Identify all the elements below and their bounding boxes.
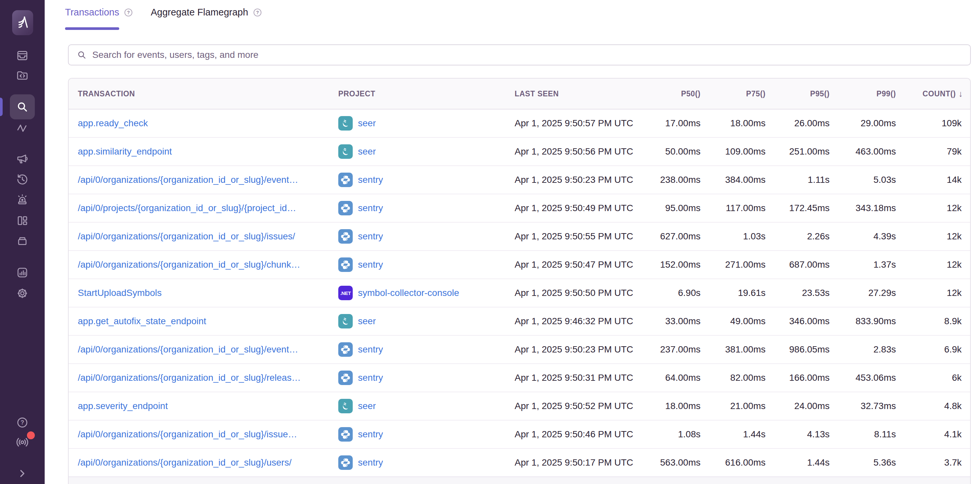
sidebar-item-replays[interactable] <box>14 172 30 187</box>
project-link[interactable]: sentry <box>358 231 383 242</box>
table-row: /api/0/organizations/{organization_id_or… <box>68 364 970 392</box>
p75-value: 82.00ms <box>710 372 775 383</box>
transaction-link[interactable]: /api/0/organizations/{organization_id_or… <box>78 429 297 439</box>
p75-value: 616.00ms <box>710 457 775 468</box>
p50-value: 18.00ms <box>640 401 710 411</box>
transaction-link[interactable]: app.severity_endpoint <box>78 401 168 411</box>
column-header-last-seen[interactable]: LAST SEEN <box>506 89 640 98</box>
sidebar-item-alerts[interactable] <box>14 192 30 208</box>
table-row: /api/0/organizations/{organization_id_or… <box>68 336 970 364</box>
sidebar-item-releases[interactable] <box>14 233 30 249</box>
search-input[interactable] <box>92 45 970 65</box>
project-link[interactable]: sentry <box>358 174 383 185</box>
count-value: 12k <box>905 231 970 242</box>
tab-bar: Transactions ? Aggregate Flamegraph ? <box>65 6 263 30</box>
p50-value: 50.00ms <box>640 146 710 157</box>
p99-value: 833.90ms <box>838 316 905 326</box>
help-icon[interactable]: ? <box>123 7 134 18</box>
project-link[interactable]: seer <box>358 118 376 129</box>
sentry-logo[interactable] <box>12 10 33 35</box>
project-link[interactable]: sentry <box>358 259 383 270</box>
column-header-transaction[interactable]: TRANSACTION <box>68 89 332 98</box>
sidebar-item-help[interactable]: ? <box>14 415 30 430</box>
column-header-p75[interactable]: P75() <box>710 89 775 98</box>
last-seen-value: Apr 1, 2025 9:50:49 PM UTC <box>506 203 640 213</box>
transaction-link[interactable]: app.get_autofix_state_endpoint <box>78 316 206 326</box>
p75-value: 384.00ms <box>710 174 775 185</box>
sidebar-expand-button[interactable] <box>14 466 30 481</box>
p75-value: 117.00ms <box>710 203 775 213</box>
column-header-p95[interactable]: P95() <box>775 89 838 98</box>
table-body: app.ready_check seer Apr 1, 2025 9:50:57… <box>68 110 970 477</box>
p99-value: 5.36s <box>838 457 905 468</box>
tab-transactions[interactable]: Transactions ? <box>65 6 134 30</box>
search-bar[interactable] <box>68 45 971 65</box>
count-label: COUNT() <box>923 89 956 98</box>
transaction-link[interactable]: app.ready_check <box>78 118 148 128</box>
transaction-link[interactable]: /api/0/organizations/{organization_id_or… <box>78 231 295 241</box>
p95-value: 986.05ms <box>775 344 838 355</box>
sidebar-item-dashboards[interactable] <box>14 213 30 228</box>
p50-value: 6.90s <box>640 288 710 298</box>
column-header-project[interactable]: PROJECT <box>332 89 506 98</box>
p50-value: 152.00ms <box>640 259 710 270</box>
p95-value: 346.00ms <box>775 316 838 326</box>
last-seen-value: Apr 1, 2025 9:50:52 PM UTC <box>506 401 640 411</box>
project-platform-icon <box>338 455 353 470</box>
p99-value: 29.00ms <box>838 118 905 129</box>
project-link[interactable]: sentry <box>358 344 383 355</box>
sidebar-item-issues[interactable] <box>14 48 30 64</box>
project-platform-icon: .NET <box>338 286 353 300</box>
count-value: 4.8k <box>905 401 970 411</box>
transaction-link[interactable]: StartUploadSymbols <box>78 288 162 298</box>
table-row: app.similarity_endpoint seer Apr 1, 2025… <box>68 138 970 166</box>
p50-value: 627.00ms <box>640 231 710 242</box>
transaction-link[interactable]: app.similarity_endpoint <box>78 146 172 157</box>
broadcast-icon <box>16 435 29 449</box>
sidebar-item-search[interactable] <box>10 94 35 119</box>
column-header-count[interactable]: COUNT() ↓ <box>905 89 970 99</box>
sidebar-item-stats[interactable] <box>14 265 30 281</box>
p99-value: 453.06ms <box>838 372 905 383</box>
megaphone-icon <box>16 152 29 165</box>
transaction-link[interactable]: /api/0/organizations/{organization_id_or… <box>78 259 300 270</box>
tab-aggregate-flamegraph[interactable]: Aggregate Flamegraph ? <box>151 6 263 30</box>
project-platform-icon <box>338 144 353 159</box>
project-link[interactable]: sentry <box>358 429 383 439</box>
p95-value: 4.13s <box>775 429 838 439</box>
p99-value: 27.29s <box>838 288 905 298</box>
transaction-link[interactable]: /api/0/organizations/{organization_id_or… <box>78 372 301 383</box>
column-header-p50[interactable]: P50() <box>640 89 710 98</box>
project-platform-icon <box>338 257 353 272</box>
project-link[interactable]: sentry <box>358 372 383 383</box>
count-value: 8.9k <box>905 316 970 326</box>
project-link[interactable]: seer <box>358 146 376 157</box>
sidebar-item-explore[interactable] <box>14 67 30 83</box>
project-link[interactable]: sentry <box>358 203 383 213</box>
help-icon[interactable]: ? <box>252 7 263 18</box>
transaction-link[interactable]: /api/0/organizations/{organization_id_or… <box>78 174 298 185</box>
transaction-link[interactable]: /api/0/organizations/{organization_id_or… <box>78 457 292 468</box>
sidebar: ? <box>0 0 45 484</box>
sidebar-item-feedback[interactable] <box>14 151 30 167</box>
project-link[interactable]: seer <box>358 401 376 411</box>
p99-value: 32.73ms <box>838 401 905 411</box>
project-link[interactable]: sentry <box>358 457 383 468</box>
p99-value: 4.39s <box>838 231 905 242</box>
transaction-link[interactable]: /api/0/organizations/{organization_id_or… <box>78 344 298 355</box>
tab-transactions-label: Transactions <box>65 6 119 18</box>
project-platform-icon <box>338 314 353 329</box>
project-link[interactable]: seer <box>358 316 376 326</box>
p50-value: 33.00ms <box>640 316 710 326</box>
project-link[interactable]: symbol-collector-console <box>358 288 459 298</box>
table-header-row: TRANSACTION PROJECT LAST SEEN P50() P75(… <box>68 78 970 110</box>
p50-value: 17.00ms <box>640 118 710 129</box>
column-header-p99[interactable]: P99() <box>838 89 905 98</box>
p75-value: 21.00ms <box>710 401 775 411</box>
sidebar-item-traces[interactable] <box>14 120 30 136</box>
count-value: 6k <box>905 372 970 383</box>
p95-value: 172.45ms <box>775 203 838 213</box>
transaction-link[interactable]: /api/0/projects/{organization_id_or_slug… <box>78 203 296 213</box>
p75-value: 109.00ms <box>710 146 775 157</box>
sidebar-item-settings[interactable] <box>14 285 30 301</box>
